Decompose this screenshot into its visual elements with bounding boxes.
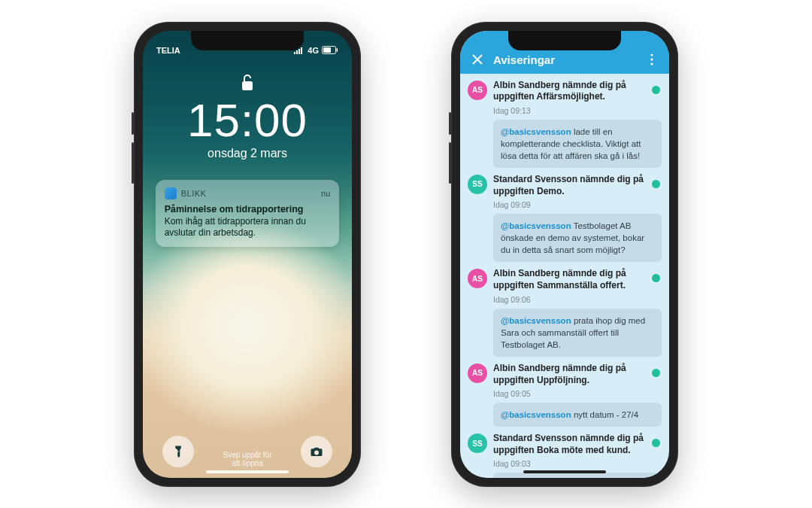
unread-dot [652,439,660,447]
close-icon [471,53,483,65]
item-body: @basicsvensson prata ihop dig med Sara o… [493,309,662,357]
svg-rect-7 [242,81,253,90]
item-title: Standard Svensson nämnde dig på uppgifte… [493,174,646,197]
notification-item[interactable]: ASAlbin Sandberg nämnde dig på uppgiften… [468,80,662,168]
avatar: AS [468,81,487,100]
item-time: Idag 09:06 [493,295,646,304]
avatar: AS [468,269,487,288]
lockscreen-notification[interactable]: BLIKK nu Påminnelse om tidrapportering K… [156,180,340,247]
phone-app: Aviseringar ASAlbin Sandberg nämnde dig … [451,22,678,487]
notification-item[interactable]: SSStandard Svensson nämnde dig på uppgif… [468,174,662,262]
notification-time: nu [321,189,330,198]
unread-dot [652,86,660,94]
camera-button[interactable] [301,436,332,467]
item-body: @basicsvensson lade till en kompletteran… [493,120,662,168]
item-title: Albin Sandberg nämnde dig på uppgiften U… [493,363,646,386]
mention[interactable]: @basicsvensson [501,316,571,325]
item-body: @basicsvensson kontakta Tomas. [493,473,662,477]
item-time: Idag 09:09 [493,200,646,209]
carrier-label: TELIA [156,46,180,55]
item-body: @basicsvensson nytt datum - 27/4 [493,403,662,427]
item-time: Idag 09:13 [493,106,646,115]
header-title: Aviseringar [493,53,555,66]
unread-dot [652,274,660,282]
svg-rect-2 [298,49,300,54]
swipe-hint-line2: att öppna [223,459,271,467]
svg-point-9 [650,58,653,60]
notification-item[interactable]: ASAlbin Sandberg nämnde dig på uppgiften… [468,268,662,356]
home-indicator[interactable] [523,470,606,473]
dots-vertical-icon [650,53,653,65]
swipe-hint: Svep uppåt för att öppna [223,451,271,467]
swipe-hint-line1: Svep uppåt för [223,451,271,459]
clock-time: 15:00 [187,97,308,144]
flashlight-button[interactable] [162,436,194,467]
notification-title: Påminnelse om tidrapportering [165,204,331,214]
lock-screen[interactable]: TELIA 4G 15:00 onsdag 2 mar [143,31,352,478]
home-indicator[interactable] [206,470,289,473]
avatar: SS [468,433,487,453]
item-time: Idag 09:03 [493,459,646,468]
device-notch [508,31,621,50]
battery-icon [322,46,338,54]
mention[interactable]: @basicsvensson [501,410,571,419]
notification-feed[interactable]: ASAlbin Sandberg nämnde dig på uppgiften… [460,74,669,478]
svg-point-10 [650,62,653,65]
notification-body: Kom ihåg att tidrapportera innan du avsl… [165,216,331,239]
svg-rect-5 [323,47,331,53]
item-title: Albin Sandberg nämnde dig på uppgiften A… [493,80,646,103]
notification-item[interactable]: ASAlbin Sandberg nämnde dig på uppgiften… [468,363,662,427]
app-icon-blikk [165,187,177,199]
svg-rect-3 [301,47,302,54]
avatar: AS [468,364,487,383]
camera-icon [310,445,323,458]
unread-dot [652,180,660,188]
flashlight-icon [171,445,185,458]
signal-icon [294,47,304,54]
clock-date: onsdag 2 mars [208,147,287,160]
svg-rect-1 [296,50,298,54]
item-title: Standard Svensson nämnde dig på uppgifte… [493,433,646,456]
svg-rect-0 [294,52,295,54]
unlock-icon [240,73,255,96]
more-menu-button[interactable] [645,53,659,65]
mention[interactable]: @basicsvensson [501,221,571,230]
phone-lockscreen: TELIA 4G 15:00 onsdag 2 mar [134,22,361,487]
item-body: @basicsvensson Testbolaget AB önskade en… [493,214,662,262]
svg-rect-6 [337,48,338,52]
notifications-screen: Aviseringar ASAlbin Sandberg nämnde dig … [460,31,669,478]
network-label: 4G [308,46,319,55]
avatar: SS [468,175,487,194]
close-button[interactable] [471,53,484,65]
item-time: Idag 09:05 [493,389,646,398]
svg-point-8 [650,53,653,56]
unread-dot [652,369,660,377]
mention[interactable]: @basicsvensson [501,127,571,136]
item-title: Albin Sandberg nämnde dig på uppgiften S… [493,268,646,291]
status-bar: TELIA 4G [143,31,352,56]
notification-app-name: BLIKK [181,189,317,198]
